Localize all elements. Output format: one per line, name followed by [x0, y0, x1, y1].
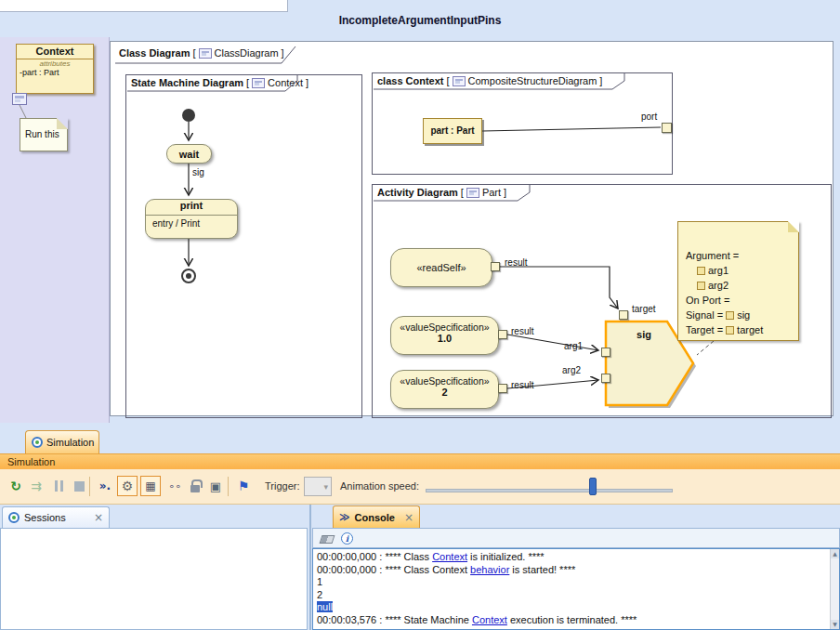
value-spec-1-action[interactable]: «valueSpecification» 1.0: [390, 316, 499, 355]
target-pin[interactable]: [619, 310, 628, 320]
console-toolbar: i: [312, 528, 840, 548]
value-spec-2-result-pin[interactable]: [498, 384, 507, 393]
toolbar-separator: [228, 477, 229, 496]
context-class-name: Context: [17, 45, 93, 59]
state-machine-icon: [252, 78, 265, 88]
sessions-icon: [8, 512, 20, 523]
window-title: IncompleteArgumentInputPins: [0, 14, 840, 27]
note-signal-item: Signal = sig: [686, 308, 763, 322]
state-machine-frame[interactable]: [125, 74, 362, 418]
composite-structure-icon: [453, 76, 466, 86]
sig-transition-label[interactable]: sig: [192, 167, 204, 177]
pin-icon: [697, 267, 705, 275]
context-class-box[interactable]: Context attributes -part : Part: [16, 44, 94, 94]
step-button[interactable]: ⇉: [26, 476, 46, 496]
console-line: 00:00:03,576 : **** State Machine Contex…: [317, 614, 835, 627]
note-argument-header: Argument =: [686, 248, 763, 263]
argument-note[interactable]: Argument = arg1 arg2 On Port = Signal = …: [677, 221, 799, 341]
animation-speed-label: Animation speed:: [340, 480, 419, 492]
wait-state[interactable]: wait: [166, 144, 212, 164]
tab-sessions[interactable]: Sessions ×: [2, 506, 110, 528]
part-property-box[interactable]: part : Part: [423, 118, 482, 144]
scroll-down-icon[interactable]: ▼: [831, 620, 839, 629]
value-spec-1-result-label: result: [511, 326, 533, 336]
note-arg1-item: arg1: [686, 263, 763, 278]
sessions-pane[interactable]: [0, 528, 308, 630]
port-label: port: [641, 112, 657, 122]
arg2-pin-label: arg2: [562, 365, 581, 375]
resume-button[interactable]: ↻: [6, 476, 26, 496]
pause-icon: [55, 480, 63, 492]
stop-icon: [74, 481, 85, 492]
state-machine-frame-header: State Machine Diagram [ Context ]: [127, 76, 312, 88]
console-mode-button[interactable]: ».: [95, 476, 115, 496]
close-sessions-icon[interactable]: ×: [94, 511, 103, 524]
activity-diagram-icon: [466, 188, 479, 198]
readself-result-label: result: [505, 257, 527, 268]
selected-console-text: null: [317, 601, 333, 612]
scroll-up-icon[interactable]: ▲: [831, 549, 839, 558]
port-square[interactable]: [662, 123, 672, 133]
animate-button[interactable]: ▦: [140, 476, 161, 496]
simulation-toolbar: ↻ ⇉ ». ⚙ ▦ ∘∘ ▣ ⚑ Trigger: ▾ Animation s…: [0, 469, 840, 505]
console-output[interactable]: 00:00:00,000 : **** Class Context is ini…: [312, 548, 840, 630]
arg1-pin-label: arg1: [564, 341, 583, 351]
initial-node[interactable]: [182, 109, 195, 122]
arg2-pin[interactable]: [601, 374, 610, 383]
sig-action-label[interactable]: sig: [621, 329, 667, 340]
note-on-port: On Port =: [686, 293, 763, 308]
console-icon: ≫: [339, 511, 350, 523]
arg1-pin[interactable]: [601, 348, 610, 357]
target-icon: [726, 326, 734, 335]
final-node[interactable]: [181, 269, 196, 283]
run-this-note[interactable]: Run this: [20, 118, 68, 151]
toolbar-separator: [89, 477, 90, 496]
tab-console[interactable]: ≫ Console ×: [333, 505, 420, 528]
state-machine-diagram-icon[interactable]: [12, 93, 27, 105]
lock-icon: [190, 485, 200, 492]
print-state[interactable]: print entry / Print: [145, 199, 238, 239]
lock-button[interactable]: [185, 476, 205, 496]
magicdraw-simulation-window: IncompleteArgumentInputPins Context attr…: [0, 0, 840, 630]
console-line: 1: [317, 576, 835, 589]
tab-simulation[interactable]: Simulation: [25, 430, 99, 453]
note-arg2-item: arg2: [686, 278, 763, 293]
clear-console-icon[interactable]: [320, 535, 335, 544]
window-tab-strip[interactable]: [0, 0, 288, 12]
terminate-button[interactable]: [69, 476, 89, 496]
attributes-compartment-label: attributes: [17, 59, 93, 68]
options-button[interactable]: ⚙: [117, 476, 138, 496]
simulation-icon: [32, 437, 43, 448]
animation-speed-slider-handle[interactable]: [589, 478, 597, 495]
console-line: 2: [317, 589, 835, 602]
trigger-flag-button[interactable]: ⚑: [233, 476, 254, 496]
trigger-select: ▾: [304, 477, 332, 496]
pin-icon: [697, 282, 705, 290]
signal-icon: [726, 311, 734, 320]
class-diagram-icon: [199, 48, 212, 59]
readself-action[interactable]: «readSelf»: [390, 248, 492, 287]
console-line: 00:00:00,000 : **** Class Context is ini…: [317, 551, 835, 564]
info-icon[interactable]: i: [341, 532, 353, 545]
pause-button[interactable]: [48, 476, 69, 496]
value-spec-1-result-pin[interactable]: [498, 330, 507, 339]
target-pin-label: target: [632, 304, 656, 314]
snapshot-button[interactable]: ▣: [205, 476, 226, 496]
note-target-item: Target = target: [686, 322, 763, 337]
composite-structure-frame[interactable]: [372, 72, 673, 175]
animation-speed-slider-track[interactable]: [426, 489, 673, 492]
console-scrollbar[interactable]: ▲ ▼: [830, 549, 839, 629]
readself-result-pin[interactable]: [491, 262, 500, 271]
value-spec-2-result-label: result: [511, 380, 533, 390]
trigger-label: Trigger:: [265, 480, 300, 492]
pane-divider[interactable]: [309, 505, 311, 630]
console-link-context[interactable]: Context: [432, 551, 467, 562]
console-link-behavior[interactable]: behavior: [470, 564, 509, 575]
activity-frame-header: Activity Diagram [ Part ]: [374, 186, 510, 198]
value-spec-2-action[interactable]: «valueSpecification» 2: [390, 370, 499, 409]
breakpoints-button[interactable]: ∘∘: [164, 476, 185, 496]
diagram-tab-class-diagram[interactable]: Class Diagram [ ClassDiagram ]: [115, 46, 288, 59]
console-link-context[interactable]: Context: [472, 614, 507, 625]
close-console-icon[interactable]: ×: [404, 511, 413, 524]
console-line: null: [317, 601, 835, 614]
